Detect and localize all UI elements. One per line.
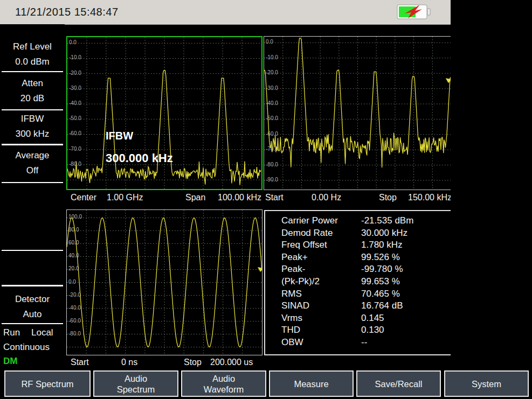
meas-label: (Pk-Pk)/2 [265,276,361,288]
audio-spectrum-button-label: Audio [125,373,147,384]
table-row: THD0.130 [265,324,451,337]
rf-spectrum-button[interactable]: RF Spectrum [4,370,91,397]
system-button-label: System [472,379,501,389]
y-axis-tick-label: -10.0 [266,54,278,61]
y-axis-tick-label: -20.0 [69,70,81,76]
ifbw-label: IFBW [0,113,65,125]
audio-spectrum-button[interactable]: AudioSpectrum [93,370,178,397]
measure-button[interactable]: Measure [269,370,354,397]
save-recall-button-label: Save/Recall [375,379,422,389]
y-axis-tick-label: 0.0 [69,39,77,46]
battery-charging-icon [397,4,431,22]
softkey-sidebar: BW IFBW Average Off On Detector > [451,0,532,399]
measure-button-label: Measure [294,379,328,389]
y-axis-tick-label: -40.0 [69,100,81,107]
audio-waveform-button-label2: Waveform [204,384,244,395]
y-axis-tick-label: -50.0 [69,115,81,122]
meas-label: Freq Offset [265,239,361,251]
y-axis-tick-label: -80.0 [69,161,81,167]
stop-time-value: 200.000 us [210,356,253,368]
demod-mode-status: DM [0,355,65,367]
audio-waveform-chart[interactable]: 100.080.060.040.020.00.0-20.0-40.0-60.0-… [66,209,262,355]
audio-waveform-button-label: Audio [212,373,235,384]
average-value: Off [0,165,65,177]
y-axis-tick-label: -70.0 [266,146,278,152]
local-status: Local [28,327,64,339]
stop-freq-value: 150.00 kHz [408,192,452,204]
meas-label: SINAD [265,300,361,312]
center-freq-value: 1.00 GHz [107,192,143,204]
start-time-label: Start [71,356,89,368]
y-axis-tick-label: 60.0 [68,240,79,246]
table-row: OBW-- [265,337,451,349]
y-axis-tick-label: -30.0 [69,85,81,92]
y-axis-tick-label: -80.0 [68,331,81,337]
meas-value: 99.526 % [361,251,451,264]
table-row: Peak+99.526 % [265,251,451,264]
span-label: Span [185,192,205,204]
y-axis-tick-label: 100.0 [68,214,82,220]
save-recall-button[interactable]: Save/Recall [356,370,441,397]
measurement-results-table: Carrier Power-21.535 dBm Demod Rate30.00… [264,210,452,355]
sweep-status: Continuous [0,341,65,353]
meas-value: 30.000 kHz [361,227,451,240]
meas-label: RMS [265,288,361,300]
rf-spectrum-chart[interactable]: IFBW 300.000 kHz 0.0-10.0-20.0-30.0-40.0… [66,36,262,190]
top-status-bar: 11/21/2015 15:48:47 [0,0,451,25]
y-axis-tick-label: -10.0 [69,54,81,61]
detector-value: Auto [0,309,65,320]
settings-sidebar: Ref Level 0.0 dBm Atten 20 dB IFBW 300 k… [0,24,65,369]
y-axis-tick-label: -30.0 [266,85,278,92]
table-row: SINAD16.764 dB [265,300,451,312]
divider [2,323,63,324]
divider [2,144,63,145]
meas-label: Peak- [265,263,361,276]
y-axis-tick-label: -60.0 [266,131,278,137]
y-axis-tick-label: 0.0 [68,279,76,285]
ifbw-overlay-value: 300.000 kHz [106,151,173,165]
table-row: Carrier Power-21.535 dBm [265,215,451,227]
divider [2,109,63,110]
center-freq-label: Center [71,192,96,204]
meas-value: 1.780 kHz [361,239,451,251]
divider [2,182,63,183]
detector-label: Detector [0,293,65,305]
start-time-value: 0 ns [121,356,137,368]
rf-spectrum-button-label: RF Spectrum [21,379,73,389]
meas-value: 99.653 % [361,276,451,288]
average-label: Average [0,150,65,162]
y-axis-tick-label: 20.0 [68,265,79,272]
audio-spectrum-button-label2: Spectrum [117,384,155,395]
start-freq-label: Start [265,192,284,204]
table-row: Freq Offset1.780 kHz [265,239,451,251]
meas-label: Carrier Power [265,215,361,227]
y-axis-tick-label: -40.0 [68,305,81,311]
system-button[interactable]: System [444,370,529,397]
audio-spectrum-chart[interactable]: 0.0-10.0-20.0-30.0-40.0-50.0-60.0-70.0-8… [264,36,452,190]
meas-value: 0.130 [361,324,451,337]
ref-level-label: Ref Level [0,41,65,53]
y-axis-tick-label: -80.0 [266,162,278,168]
ifbw-overlay-title: IFBW [106,130,133,142]
meas-label: Vrms [265,312,361,325]
y-axis-tick-label: -90.0 [266,177,278,183]
y-axis-tick-label: -50.0 [266,115,278,122]
table-row: Peak--99.780 % [265,263,451,276]
y-axis-tick-label: 0.0 [266,39,273,45]
y-axis-tick-label: 40.0 [68,253,79,259]
divider [2,250,63,251]
table-row: Vrms0.145 [265,312,451,325]
meas-label: Demod Rate [265,227,361,240]
run-status: Run [0,327,30,339]
start-freq-value: 0.00 Hz [312,192,341,204]
y-axis-tick-label: -70.0 [69,146,81,152]
audio-waveform-button[interactable]: AudioWaveform [181,370,266,397]
meas-value: 16.764 dB [361,300,451,312]
meas-value: -21.535 dBm [361,215,451,227]
y-axis-tick-label: 80.0 [68,227,79,233]
stop-freq-label: Stop [379,192,397,204]
divider [2,71,63,72]
meas-value: 0.145 [361,312,451,325]
span-value: 100.00 kHz [218,192,261,204]
meas-value: 70.465 % [361,288,451,300]
